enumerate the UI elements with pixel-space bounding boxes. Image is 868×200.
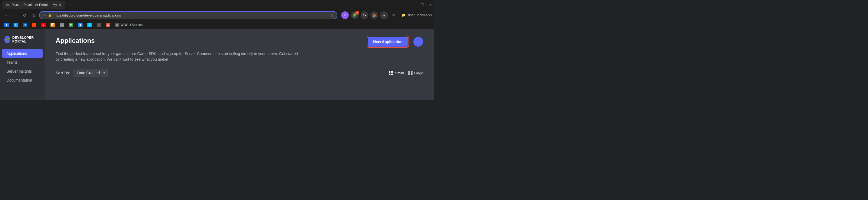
new-application-button[interactable]: New Application [368, 37, 408, 46]
bookmark-blue[interactable]: ◆ [76, 22, 85, 28]
sort-select-wrapper: Date Created Name [73, 69, 108, 77]
bar-chart-icon: 📊 [51, 23, 55, 27]
sidebar-item-teams[interactable]: Teams [2, 58, 42, 67]
window-controls: — ❐ ✕ [412, 3, 432, 7]
bookmark-woch[interactable]: W WOCH Studios [113, 22, 145, 28]
home-button[interactable]: ⌂ [30, 11, 37, 19]
developer-portal-label: DEVELOPER PORTAL [12, 36, 40, 43]
reddit-icon: r [32, 23, 36, 27]
pocket-icon[interactable]: 🗝 [361, 11, 368, 19]
small-view-button[interactable]: Small [389, 71, 404, 75]
url-text: https://discord.com/developers/applicati… [54, 13, 121, 18]
back-button[interactable]: ← [2, 11, 10, 19]
menu-button[interactable]: ≡ [390, 11, 398, 19]
sidebar-item-applications[interactable]: Applications [2, 49, 42, 58]
bookmarks-bar: f t in r ▶ 📊 ◎ M ◆ T + [0, 21, 434, 29]
lock-icon: 🔒 [48, 13, 52, 17]
bookmark-facebook[interactable]: f [2, 22, 11, 28]
extensions-icon[interactable]: 🧩 3 [351, 11, 359, 19]
blue-icon: ◆ [78, 23, 83, 27]
firefox-icon[interactable]: 🦊 [371, 11, 378, 19]
large-view-label: Large [414, 71, 423, 75]
sidebar-item-documentation[interactable]: Documentation [2, 76, 42, 85]
plus-icon: + [97, 23, 101, 27]
forward-button[interactable]: → [11, 11, 19, 19]
twitter-icon: t [13, 23, 18, 27]
avatar[interactable] [413, 37, 423, 46]
address-bar: ← → ↻ ⌂ 🛡 🔒 https://discord.com/develope… [0, 10, 434, 21]
bookmark-linkedin[interactable]: in [21, 22, 29, 28]
bookmark-youtube[interactable]: ▶ [39, 22, 48, 28]
new-tab-button[interactable]: + [66, 1, 74, 9]
toolbar-icons: P 🧩 3 🗝 🦊 » ≡ [341, 11, 398, 19]
linkedin-icon: in [23, 23, 27, 27]
small-grid-icon [389, 71, 393, 75]
woch-favicon: W [115, 23, 119, 27]
reload-button[interactable]: ↻ [21, 11, 28, 19]
bookmark-bar-chart[interactable]: 📊 [48, 22, 57, 28]
bookmark-circle[interactable]: ◎ [58, 22, 66, 28]
maximize-button[interactable]: ❐ [421, 3, 424, 7]
active-tab[interactable]: 🎮 Discord Developer Portal — My ✕ [2, 1, 65, 9]
close-button[interactable]: ✕ [429, 3, 432, 7]
large-grid-icon [408, 71, 412, 75]
view-toggle: Small Large [389, 71, 423, 75]
w-icon: W [106, 23, 110, 27]
tab-bar: 🎮 Discord Developer Portal — My ✕ + — ❐ … [0, 0, 434, 10]
browser-chrome: 🎮 Discord Developer Portal — My ✕ + — ❐ … [0, 0, 434, 29]
sidebar-item-server-insights[interactable]: Server Insights [2, 67, 42, 76]
extension-badge: 3 [355, 11, 359, 14]
tab-close-button[interactable]: ✕ [59, 3, 62, 7]
circle-icon: ◎ [60, 23, 64, 27]
page-description: Find the perfect feature set for your ga… [56, 51, 300, 62]
bookmark-plus[interactable]: + [94, 22, 103, 28]
tab-favicon: 🎮 [5, 3, 10, 7]
bookmark-green[interactable]: M [67, 22, 75, 28]
content-area: Applications New Application Find the pe… [45, 29, 434, 100]
bookmark-reddit[interactable]: r [30, 22, 38, 28]
bookmark-cyan[interactable]: T [85, 22, 94, 28]
sort-select[interactable]: Date Created Name [73, 69, 108, 77]
bookmarks-folder-icon: 📁 [401, 13, 405, 17]
sort-bar: Sort By: Date Created Name Small [56, 69, 423, 77]
sidebar: 🎮 DEVELOPER PORTAL Applications Teams Se… [0, 29, 45, 100]
facebook-icon: f [4, 23, 9, 27]
bookmark-twitter[interactable]: t [11, 22, 20, 28]
bookmark-star-icon[interactable]: ☆ [330, 13, 334, 18]
content-header: Applications New Application [56, 37, 423, 46]
tab-title: Discord Developer Portal — My [11, 3, 57, 7]
page-title: Applications [56, 37, 95, 44]
sort-by-label: Sort By: [56, 71, 70, 75]
minimize-button[interactable]: — [412, 3, 415, 7]
discord-logo-icon: 🎮 [4, 36, 10, 43]
green-icon: M [69, 23, 73, 27]
cyan-icon: T [87, 23, 92, 27]
header-right: New Application [368, 37, 423, 46]
woch-label: WOCH Studios [121, 23, 143, 27]
more-tools-icon[interactable]: » [380, 11, 388, 19]
main-layout: 🎮 DEVELOPER PORTAL Applications Teams Se… [0, 29, 434, 100]
large-view-button[interactable]: Large [408, 71, 423, 75]
other-bookmarks[interactable]: 📁 Other Bookmarks [401, 13, 432, 17]
youtube-icon: ▶ [41, 23, 45, 27]
profile-icon[interactable]: P [341, 11, 349, 19]
url-bar[interactable]: 🛡 🔒 https://discord.com/developers/appli… [39, 11, 337, 19]
sidebar-logo: 🎮 DEVELOPER PORTAL [0, 34, 45, 49]
shield-icon: 🛡 [43, 13, 46, 17]
bookmark-red[interactable]: W [104, 22, 112, 28]
small-view-label: Small [395, 71, 404, 75]
